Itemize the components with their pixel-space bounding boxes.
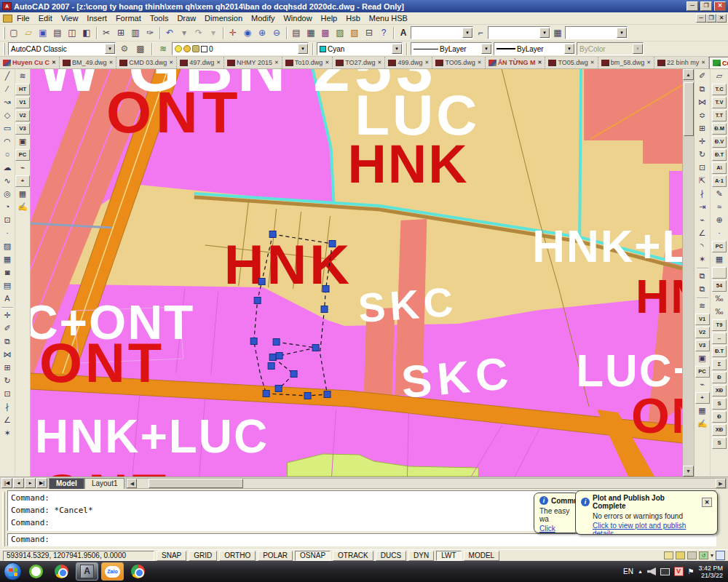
dim-style-combo[interactable]: ▾ xyxy=(488,26,550,39)
tool-palettes-icon[interactable]: ▩ xyxy=(318,26,333,40)
status-toggle-ortho[interactable]: ORTHO xyxy=(219,551,256,561)
layer-color-swatch[interactable] xyxy=(201,46,207,52)
chevron-down-icon[interactable]: ▾ xyxy=(539,28,550,38)
trim-icon[interactable]: ∤ xyxy=(695,188,709,201)
action-center-flag-icon[interactable]: ⚑ xyxy=(688,567,695,575)
chamfer-icon[interactable]: ∠ xyxy=(1,414,15,427)
polyline-icon[interactable]: ↝ xyxy=(1,96,15,109)
v1-button[interactable]: V1 xyxy=(15,97,30,108)
point-style-icon[interactable]: ⊕ xyxy=(713,214,727,227)
extend-icon[interactable]: ⇥ xyxy=(695,201,709,214)
publish-icon[interactable]: ◧ xyxy=(79,26,94,40)
break-line-icon[interactable]: ⌁ xyxy=(695,378,709,391)
array-icon[interactable]: ⊞ xyxy=(695,122,709,135)
next-tab-icon[interactable]: ▸ xyxy=(25,478,36,488)
lineweight-combo[interactable]: ByLayer ▾ xyxy=(494,42,575,55)
line-icon[interactable]: ╱ xyxy=(1,70,15,83)
plot-preview-icon[interactable]: ◫ xyxy=(65,26,79,40)
tab-close-icon[interactable]: ✕ xyxy=(425,60,430,65)
taskbar-chrome[interactable] xyxy=(50,562,73,581)
doc-tab-cqhsdd-202[interactable]: CQHSDD 202 xyxy=(709,57,728,68)
command-input[interactable]: Command: xyxy=(7,533,716,546)
notification-communication-center[interactable]: iCommu The easy wa Click here. xyxy=(534,493,579,533)
d2-button[interactable]: Đ xyxy=(712,411,727,423)
designcenter-icon[interactable]: ▦ xyxy=(304,26,318,40)
xd2-button[interactable]: XĐ xyxy=(712,424,727,436)
linetype-combo[interactable]: ByLayer ▾ xyxy=(411,42,492,55)
tab-close-icon[interactable]: ✕ xyxy=(216,60,221,65)
scroll-down-icon[interactable]: ▼ xyxy=(683,466,694,477)
ellipse-icon[interactable]: ◎ xyxy=(1,188,15,201)
status-toggle-dyn[interactable]: DYN xyxy=(408,551,434,561)
chevron-down-icon[interactable]: ▾ xyxy=(105,44,115,54)
plot-icon[interactable]: ▤ xyxy=(50,26,65,40)
open-file-icon[interactable]: ▱ xyxy=(21,26,36,40)
undo-icon[interactable]: ↶ xyxy=(162,26,177,40)
menu-window[interactable]: Window xyxy=(279,13,316,23)
doc-tab-497-dwg[interactable]: 497.dwg✕ xyxy=(177,57,224,68)
mirror-icon[interactable]: ⋈ xyxy=(695,96,709,109)
taskbar-zalo[interactable]: Zalo xyxy=(101,562,124,581)
grip-point[interactable] xyxy=(323,286,329,292)
copy-to-layer-icon[interactable]: ⧉ xyxy=(695,270,709,283)
pc-button[interactable]: PC xyxy=(712,241,727,252)
arc-icon[interactable]: ◠ xyxy=(1,135,15,148)
tv-button[interactable]: T.V xyxy=(712,97,727,108)
tab-close-icon[interactable]: ✕ xyxy=(590,60,595,65)
tab-close-icon[interactable]: ✕ xyxy=(378,60,382,65)
menu-format[interactable]: Format xyxy=(111,13,146,23)
revision-cloud-icon[interactable]: ☁ xyxy=(1,162,15,175)
a-slash-button[interactable]: A\ xyxy=(712,162,727,174)
redo-drop-icon[interactable]: ▾ xyxy=(206,26,221,40)
tab-close-icon[interactable]: ✕ xyxy=(646,60,651,65)
scale-icon[interactable]: ⊡ xyxy=(695,162,709,175)
notification-link[interactable]: Click here. xyxy=(539,525,573,533)
pencil-icon[interactable]: ✎ xyxy=(713,188,727,201)
mtext-icon[interactable]: A xyxy=(1,292,15,306)
first-tab-icon[interactable]: |◀ xyxy=(1,478,12,488)
text-style-icon[interactable]: A xyxy=(396,26,411,40)
drawing-canvas[interactable]: W GBN 253ONTLUCHNKHNK+LHNKHNKSKCC+ONTONT… xyxy=(31,69,682,477)
sheet-set-manager-icon[interactable]: ▨ xyxy=(333,26,347,40)
table-icon[interactable]: ▦ xyxy=(695,404,709,418)
text-style-combo[interactable]: ▾ xyxy=(411,26,473,39)
scroll-up-icon[interactable]: ▲ xyxy=(683,69,694,80)
copy-icon[interactable]: ⧉ xyxy=(1,335,15,348)
v1-button[interactable]: V1 xyxy=(695,314,710,325)
tab-close-icon[interactable]: ✕ xyxy=(52,60,56,65)
b54-button[interactable]: 54 xyxy=(712,280,727,292)
tray-dropdown-icon[interactable]: ▾ xyxy=(711,552,713,559)
taskbar-clock[interactable]: 3:42 PM 21/3/22 xyxy=(698,565,723,579)
explode-icon[interactable]: ✶ xyxy=(695,253,709,266)
chevron-down-icon[interactable]: ▾ xyxy=(392,44,402,54)
grip-point[interactable] xyxy=(250,338,257,345)
permille2-icon[interactable]: ‰ xyxy=(713,306,727,319)
help-icon[interactable]: ? xyxy=(376,26,391,40)
menu-insert[interactable]: Insert xyxy=(82,13,111,23)
grip-point[interactable] xyxy=(329,241,336,247)
point-icon[interactable]: · xyxy=(1,227,15,240)
tab-close-icon[interactable]: ✕ xyxy=(274,60,279,65)
move-to-layer-icon[interactable]: ⧉ xyxy=(695,283,709,296)
status-toggle-lwt[interactable]: LWT xyxy=(436,551,461,561)
v3-button[interactable]: V3 xyxy=(15,123,30,135)
doc-tab-bm-49-dwg[interactable]: BM_49.dwg✕ xyxy=(60,57,116,68)
tab-close-icon[interactable]: ✕ xyxy=(538,60,542,65)
grip-point[interactable] xyxy=(275,386,282,392)
menu-dimension[interactable]: Dimension xyxy=(200,13,247,23)
break-line-icon[interactable]: ⌁ xyxy=(16,162,30,175)
doc-tab-cmd-03-dwg[interactable]: CMD 03.dwg✕ xyxy=(116,57,177,68)
table-icon[interactable]: ▦ xyxy=(16,188,30,201)
doc-tab-nhmy-2015[interactable]: NHMY 2015✕ xyxy=(224,57,282,68)
horizontal-scroll-thumb[interactable] xyxy=(149,479,243,488)
trim-icon[interactable]: ∤ xyxy=(1,401,15,414)
polygon-icon[interactable]: ◇ xyxy=(1,109,15,122)
tab-close-icon[interactable]: ✕ xyxy=(325,60,329,65)
toolbar-lock-icon[interactable] xyxy=(676,551,685,559)
doc-tab-499-dwg[interactable]: 499.dwg✕ xyxy=(385,57,432,68)
workspace-settings-icon[interactable]: ⚙ xyxy=(117,42,132,56)
notification-close-icon[interactable]: ✕ xyxy=(702,498,712,507)
doc-tab-to05-dwg[interactable]: TO05.dwg✕ xyxy=(432,57,485,68)
menu-edit[interactable]: Edit xyxy=(34,13,57,23)
copy-icon[interactable]: ⊞ xyxy=(114,26,128,40)
